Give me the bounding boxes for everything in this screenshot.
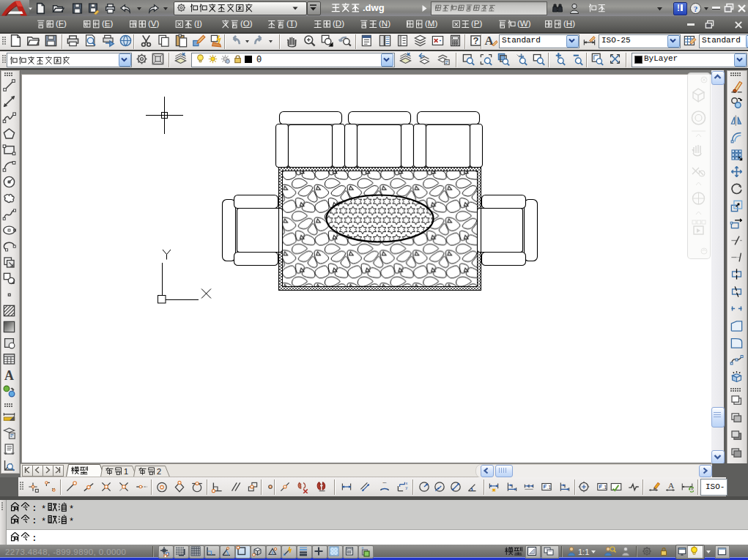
svg-text:*: * [41,504,46,514]
svg-text:*: * [69,504,74,514]
svg-text::: : [32,533,37,544]
svg-text:A: A [668,481,675,490]
svg-text::: : [32,503,37,514]
svg-text:1: 1 [124,467,128,476]
svg-text:.1: .1 [547,484,551,490]
svg-text:*: * [69,517,74,526]
svg-text:y: y [406,485,408,490]
svg-text:.1: .1 [602,484,607,490]
svg-text:2: 2 [157,467,161,476]
svg-text:⌒: ⌒ [382,482,388,488]
svg-text:*: * [41,517,46,526]
svg-text::: : [32,515,37,526]
svg-text:x: x [406,481,408,485]
